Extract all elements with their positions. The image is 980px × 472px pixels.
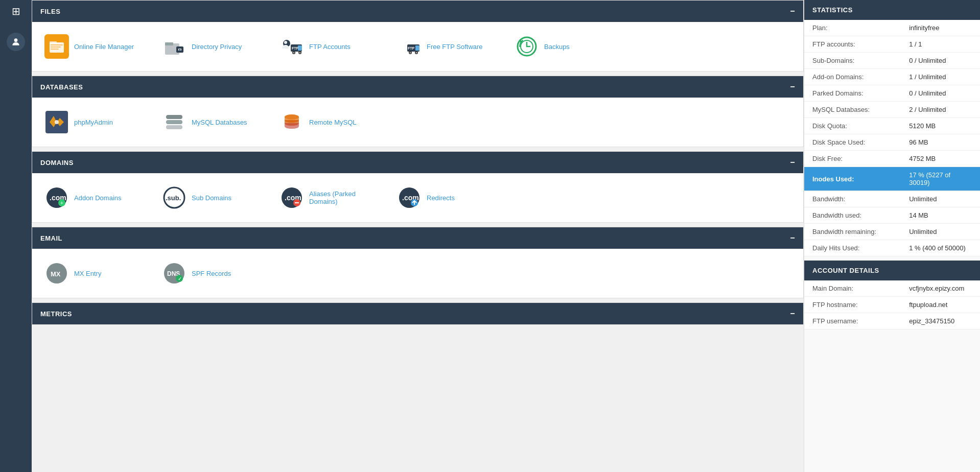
stats-label: Disk Space Used: (804, 134, 901, 151)
addon-domains-icon: .com + (44, 185, 69, 210)
stats-row: Plan:infinityfree (804, 20, 980, 36)
svg-point-25 (410, 52, 411, 54)
mx-entry-item[interactable]: MX MX Entry (40, 257, 153, 290)
sub-domains-item[interactable]: .sub. Sub Domains (158, 181, 270, 214)
stats-value: 4752 MB (901, 151, 980, 167)
databases-collapse-icon[interactable]: − (790, 82, 795, 91)
files-section: FILES − Onl (32, 0, 804, 72)
stats-row: Disk Quota:5120 MB (804, 118, 980, 134)
domains-section-label: DOMAINS (40, 159, 74, 167)
right-sidebar: STATISTICS Plan:infinityfreeFTP accounts… (804, 0, 980, 472)
databases-section: DATABASES − phpMyAdmin (32, 76, 804, 147)
databases-section-body: phpMyAdmin MySQL Databases (32, 98, 803, 147)
stats-row: Bandwidth:Unlimited (804, 191, 980, 207)
backups-label: Backups (544, 43, 570, 51)
statistics-header: STATISTICS (804, 0, 980, 20)
stats-label: Inodes Used: (804, 167, 901, 191)
stats-value: 17 % (5227 of 30019) (901, 167, 980, 191)
stats-row: Sub-Domains:0 / Unlimited (804, 53, 980, 69)
stats-row: Add-on Domains:1 / Unlimited (804, 69, 980, 85)
email-section-body: MX MX Entry DNS ✓ SPF (32, 249, 803, 298)
files-section-header[interactable]: FILES − (32, 1, 803, 22)
addon-domains-item[interactable]: .com + Addon Domains (40, 181, 153, 214)
account-label: FTP hostname: (804, 297, 901, 313)
ftp-accounts-icon: FTP (279, 34, 304, 59)
email-collapse-icon[interactable]: − (790, 233, 795, 243)
statistics-table: Plan:infinityfreeFTP accounts:1 / 1Sub-D… (804, 20, 980, 256)
phpmyadmin-item[interactable]: phpMyAdmin (40, 106, 153, 138)
svg-point-27 (416, 52, 417, 54)
grid-icon[interactable]: ⊞ (12, 5, 20, 17)
sub-domains-label: Sub Domains (192, 194, 231, 202)
mysql-databases-item[interactable]: MySQL Databases (158, 106, 270, 138)
stats-value: 2 / Unlimited (901, 102, 980, 118)
backups-icon (515, 34, 539, 59)
stats-label: Daily Hits Used: (804, 240, 901, 256)
email-section: EMAIL − MX MX Entry (32, 227, 804, 298)
ftp-accounts-item[interactable]: FTP FTP Accounts (275, 30, 388, 63)
account-value: vcfjnybx.epizy.com (901, 280, 980, 297)
backups-item[interactable]: Backups (510, 30, 623, 63)
svg-point-18 (293, 52, 295, 54)
stats-row: Bandwidth used:14 MB (804, 207, 980, 224)
directory-privacy-icon (162, 34, 186, 59)
stats-row: MySQL Databases:2 / Unlimited (804, 102, 980, 118)
stats-value: 1 / Unlimited (901, 69, 980, 85)
svg-text:FTP: FTP (408, 46, 415, 50)
stats-value: 0 / Unlimited (901, 53, 980, 69)
metrics-section-header[interactable]: METRICS − (32, 303, 803, 324)
svg-rect-12 (180, 50, 180, 51)
main-sections: FILES − Onl (32, 0, 804, 472)
account-row: Main Domain:vcfjnybx.epizy.com (804, 280, 980, 297)
stats-label: Bandwidth used: (804, 207, 901, 224)
domains-section: DOMAINS − .com + Addon Domains (32, 151, 804, 223)
svg-rect-35 (166, 120, 182, 124)
directory-privacy-item[interactable]: Directory Privacy (158, 30, 270, 63)
metrics-section: METRICS − (32, 302, 804, 325)
account-row: FTP hostname:ftpupload.net (804, 297, 980, 313)
stats-row: FTP accounts:1 / 1 (804, 36, 980, 53)
remote-mysql-item[interactable]: Remote MySQL (275, 106, 388, 138)
svg-rect-6 (51, 49, 59, 50)
stats-label: MySQL Databases: (804, 102, 901, 118)
user-avatar[interactable] (7, 33, 25, 51)
domains-collapse-icon[interactable]: − (790, 158, 795, 167)
spf-records-icon: DNS ✓ (162, 261, 186, 286)
left-sidebar: ⊞ (0, 0, 32, 472)
account-details-table: Main Domain:vcfjnybx.epizy.comFTP hostna… (804, 280, 980, 329)
spf-records-label: SPF Records (192, 270, 231, 277)
domains-section-header[interactable]: DOMAINS − (32, 152, 803, 173)
aliases-item[interactable]: .com Aliases (Parked Domains) (275, 181, 388, 214)
files-section-body: Online File Manager Dire (32, 22, 803, 71)
stats-label: Add-on Domains: (804, 69, 901, 85)
free-ftp-icon: FTP (397, 34, 422, 59)
svg-rect-4 (51, 44, 63, 45)
stats-label: Disk Quota: (804, 118, 901, 134)
free-ftp-software-item[interactable]: FTP Free FTP Software (393, 30, 505, 63)
metrics-collapse-icon[interactable]: − (790, 309, 795, 318)
files-collapse-icon[interactable]: − (790, 7, 795, 16)
stats-value: 0 / Unlimited (901, 85, 980, 102)
stats-value: 1 % (400 of 50000) (901, 240, 980, 256)
phpmyadmin-icon (44, 110, 69, 134)
file-manager-label: Online File Manager (74, 43, 134, 51)
directory-privacy-label: Directory Privacy (192, 43, 242, 51)
redirects-icon: .com (397, 185, 422, 210)
stats-label: Sub-Domains: (804, 53, 901, 69)
svg-text:FTP: FTP (292, 46, 299, 50)
stats-value: Unlimited (901, 191, 980, 207)
stats-row: Parked Domains:0 / Unlimited (804, 85, 980, 102)
databases-section-header[interactable]: DATABASES − (32, 76, 803, 98)
mysql-icon (162, 110, 186, 134)
spf-records-item[interactable]: DNS ✓ SPF Records (158, 257, 270, 290)
svg-rect-34 (166, 115, 182, 119)
account-details-section: ACCOUNT DETAILS Main Domain:vcfjnybx.epi… (804, 261, 980, 329)
stats-value: 1 / 1 (901, 36, 980, 53)
files-section-label: FILES (40, 8, 60, 15)
svg-point-0 (14, 38, 18, 42)
email-section-header[interactable]: EMAIL − (32, 227, 803, 249)
statistics-section: STATISTICS Plan:infinityfreeFTP accounts… (804, 0, 980, 256)
svg-point-20 (299, 52, 301, 54)
redirects-item[interactable]: .com Redirects (393, 181, 505, 214)
online-file-manager-item[interactable]: Online File Manager (40, 30, 153, 63)
